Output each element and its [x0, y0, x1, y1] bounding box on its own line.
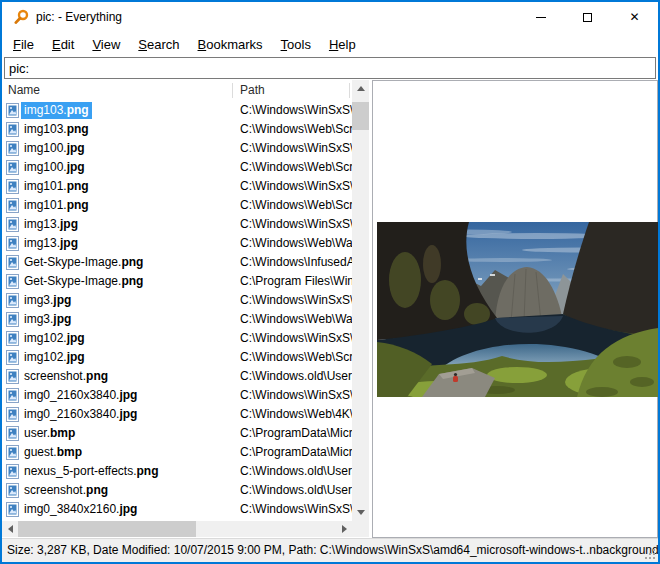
scroll-right-button[interactable]: [336, 521, 352, 537]
minimize-icon: [536, 17, 546, 18]
table-row[interactable]: screenshot.png C:\Windows.old\Users: [2, 481, 352, 500]
file-name: img100.jpg: [21, 159, 88, 176]
file-name: Get-Skype-Image.png: [21, 273, 146, 290]
file-name: guest.bmp: [21, 444, 85, 461]
column-divider[interactable]: [349, 83, 350, 98]
table-row[interactable]: Get-Skype-Image.png C:\Windows\InfusedA: [2, 253, 352, 272]
image-file-icon: [6, 198, 19, 213]
file-path: C:\Windows\Web\Scr: [240, 197, 352, 214]
table-row[interactable]: img0_2160x3840.jpg C:\Windows\Web\4K\: [2, 405, 352, 424]
menu-bookmarks[interactable]: Bookmarks: [189, 33, 272, 57]
down-triangle-icon: [357, 510, 365, 515]
image-file-icon: [6, 103, 19, 118]
menu-help[interactable]: Help: [320, 33, 365, 57]
menu-search[interactable]: Search: [129, 33, 188, 57]
resize-grip[interactable]: [644, 548, 656, 560]
table-row[interactable]: img102.jpg C:\Windows\WinSxS\a: [2, 329, 352, 348]
minimize-button[interactable]: [517, 2, 564, 32]
file-name: img101.png: [21, 197, 92, 214]
file-name: nexus_5-port-effects.png: [21, 463, 162, 480]
menu-view[interactable]: View: [83, 33, 129, 57]
scroll-up-button[interactable]: [352, 80, 369, 97]
menu-file[interactable]: File: [4, 33, 43, 57]
table-row[interactable]: img100.jpg C:\Windows\Web\Scr: [2, 158, 352, 177]
file-path: C:\Program Files\Win: [240, 273, 352, 290]
table-row[interactable]: img103.png C:\Windows\Web\Scr: [2, 120, 352, 139]
table-row[interactable]: img13.jpg C:\Windows\Web\Wa: [2, 234, 352, 253]
scroll-down-button[interactable]: [352, 504, 369, 521]
table-row[interactable]: user.bmp C:\ProgramData\Micr: [2, 424, 352, 443]
menu-edit[interactable]: Edit: [43, 33, 83, 57]
table-row[interactable]: img100.jpg C:\Windows\WinSxS\a: [2, 139, 352, 158]
image-file-icon: [6, 122, 19, 137]
table-row[interactable]: guest.bmp C:\ProgramData\Micr: [2, 443, 352, 462]
file-path: C:\Windows\Web\Wa: [240, 235, 352, 252]
close-icon: ✕: [629, 11, 639, 23]
table-row[interactable]: img101.png C:\Windows\Web\Scr: [2, 196, 352, 215]
column-header-path[interactable]: Path: [240, 80, 265, 101]
file-path: C:\Windows\WinSxS\a: [240, 292, 352, 309]
status-text: Size: 3,287 KB, Date Modified: 10/07/201…: [7, 543, 658, 557]
file-path: C:\Windows\Web\Scr: [240, 349, 352, 366]
file-name: screenshot.png: [21, 482, 111, 499]
image-file-icon: [6, 274, 19, 289]
table-row[interactable]: img103.png C:\Windows\WinSxS\a: [2, 101, 352, 120]
table-row[interactable]: Get-Skype-Image.png C:\Program Files\Win: [2, 272, 352, 291]
file-path: C:\ProgramData\Micr: [240, 444, 352, 461]
scroll-left-button[interactable]: [2, 521, 18, 537]
preview-pane: [372, 80, 658, 538]
image-file-icon: [6, 160, 19, 175]
table-row[interactable]: img101.png C:\Windows\WinSxS\a: [2, 177, 352, 196]
file-name: img0_3840x2160.jpg: [21, 501, 140, 518]
menu-tools[interactable]: Tools: [272, 33, 320, 57]
close-button[interactable]: ✕: [611, 2, 658, 32]
table-row[interactable]: img0_2160x3840.jpg C:\Windows\WinSxS\a: [2, 386, 352, 405]
table-row[interactable]: img3.jpg C:\Windows\Web\Wa: [2, 310, 352, 329]
scrollbar-corner: [352, 521, 369, 537]
file-path: C:\Windows.old\Users: [240, 463, 352, 480]
window-title: pic: - Everything: [36, 2, 122, 33]
maximize-button[interactable]: [564, 2, 611, 32]
horizontal-scrollbar[interactable]: [2, 521, 352, 537]
image-file-icon: [6, 141, 19, 156]
table-row[interactable]: img13.jpg C:\Windows\WinSxS\a: [2, 215, 352, 234]
file-path: C:\Windows\Web\4K\: [240, 406, 352, 423]
file-path: C:\Windows\WinSxS\a: [240, 387, 352, 404]
file-path: C:\Windows.old\Users: [240, 368, 352, 385]
file-name: img102.jpg: [21, 349, 88, 366]
vertical-scroll-thumb[interactable]: [352, 102, 369, 130]
file-name: img0_2160x3840.jpg: [21, 406, 140, 423]
file-name: img103.png: [21, 102, 92, 119]
window-controls: ✕: [517, 2, 658, 32]
search-input[interactable]: [4, 57, 656, 79]
column-divider[interactable]: [232, 83, 233, 98]
horizontal-scroll-thumb[interactable]: [18, 521, 196, 537]
image-file-icon: [6, 331, 19, 346]
preview-image: [377, 222, 658, 397]
file-name: img3.jpg: [21, 311, 74, 328]
file-path: C:\Windows\WinSxS\a: [240, 330, 352, 347]
file-name: user.bmp: [21, 425, 78, 442]
table-row[interactable]: img3.jpg C:\Windows\WinSxS\a: [2, 291, 352, 310]
up-triangle-icon: [357, 86, 365, 91]
table-row[interactable]: img0_3840x2160.jpg C:\Windows\WinSxS\a: [2, 500, 352, 519]
table-row[interactable]: nexus_5-port-effects.png C:\Windows.old\…: [2, 462, 352, 481]
file-name: img103.png: [21, 121, 92, 138]
menubar: File Edit View Search Bookmarks Tools He…: [2, 32, 658, 57]
table-row[interactable]: screenshot.png C:\Windows.old\Users: [2, 367, 352, 386]
file-name: img100.jpg: [21, 140, 88, 157]
file-name: screenshot.png: [21, 368, 111, 385]
status-bar: Size: 3,287 KB, Date Modified: 10/07/201…: [2, 538, 658, 562]
file-name: img13.jpg: [21, 216, 81, 233]
file-name: img101.png: [21, 178, 92, 195]
titlebar[interactable]: pic: - Everything ✕: [2, 2, 658, 32]
image-file-icon: [6, 312, 19, 327]
column-header-name[interactable]: Name: [8, 80, 40, 101]
file-path: C:\Windows\Web\Scr: [240, 121, 352, 138]
list-header: Name Path: [2, 80, 352, 101]
vertical-scrollbar[interactable]: [352, 80, 369, 521]
file-name: img13.jpg: [21, 235, 81, 252]
table-row[interactable]: img102.jpg C:\Windows\Web\Scr: [2, 348, 352, 367]
file-name: img3.jpg: [21, 292, 74, 309]
file-name: Get-Skype-Image.png: [21, 254, 146, 271]
